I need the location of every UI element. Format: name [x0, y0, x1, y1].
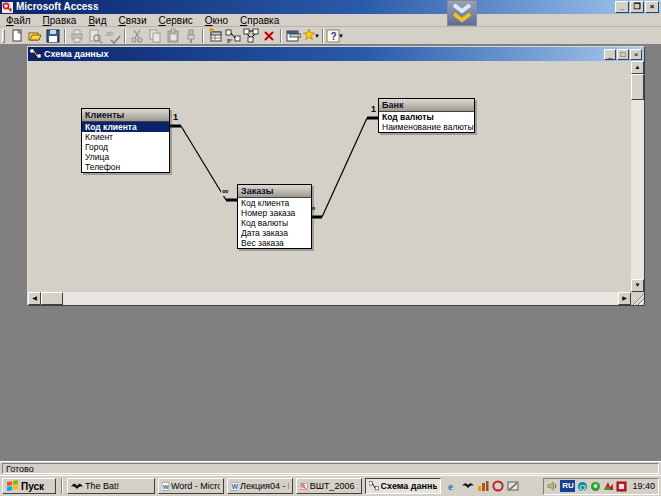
table-bank-field-pk[interactable]: Код валюты: [379, 112, 474, 122]
relationships-canvas[interactable]: 1 ∞ ∞ 1 Клиенты Код клиента Клиент Город…: [28, 61, 631, 292]
table-clients-header[interactable]: Клиенты: [82, 109, 169, 122]
start-label: Пуск: [21, 481, 44, 492]
toolbar-grip[interactable]: [2, 29, 5, 43]
svg-text:Q: Q: [580, 482, 586, 491]
new-object-icon[interactable]: ▼: [302, 28, 320, 44]
access-app-icon: [2, 2, 13, 13]
table-clients-field[interactable]: Город: [82, 142, 169, 152]
status-text: Готово: [2, 463, 659, 474]
app-close-button[interactable]: ×: [645, 1, 659, 13]
language-indicator[interactable]: RU: [560, 480, 575, 492]
horizontal-scrollbar[interactable]: ◀ ▶: [28, 292, 631, 305]
svg-text:W: W: [232, 482, 238, 489]
taskbar-button-label: Word - Microsof...: [171, 481, 220, 491]
word-doc-icon: W: [231, 481, 238, 492]
table-clients-field-selected[interactable]: Код клиента: [82, 122, 169, 132]
direct-relationships-icon[interactable]: 8°: [224, 28, 242, 44]
menu-window[interactable]: Окно: [199, 14, 234, 27]
taskbar-button-lecture[interactable]: W Лекция04 - Mic...: [227, 478, 293, 494]
table-clients-field[interactable]: Клиент: [82, 132, 169, 142]
scroll-down-icon[interactable]: ▼: [631, 279, 644, 292]
menu-file[interactable]: Файл: [0, 14, 37, 27]
table-bank[interactable]: Банк Код валюты Наименование валюты: [378, 98, 475, 133]
taskbar-button-schema-active[interactable]: Схема данных: [365, 478, 441, 494]
print-preview-icon: [86, 28, 104, 44]
table-bank-header[interactable]: Банк: [379, 99, 474, 112]
table-clients-field[interactable]: Телефон: [82, 162, 169, 172]
chart-icon[interactable]: [476, 480, 489, 493]
taskbar-button-word[interactable]: W Word - Microsof...: [158, 478, 224, 494]
copy-icon: [146, 28, 164, 44]
table-bank-field[interactable]: Наименование валюты: [379, 122, 474, 132]
print-icon: [68, 28, 86, 44]
relationships-window: Схема данных _ □ ×: [27, 46, 645, 306]
new-object-dropdown-arrow[interactable]: ▼: [314, 33, 320, 39]
app-restore-button[interactable]: ❐: [630, 1, 644, 13]
show-table-icon[interactable]: [206, 28, 224, 44]
spelling-icon: ab: [104, 28, 122, 44]
menu-relationships[interactable]: Связи: [112, 14, 152, 27]
table-orders-field[interactable]: Код валюты: [238, 218, 311, 228]
table-orders-field[interactable]: Номер заказа: [238, 208, 311, 218]
relwin-minimize-button[interactable]: _: [604, 49, 616, 60]
cardinality-one-clients: 1: [172, 113, 179, 122]
word-doc-icon: W: [162, 481, 169, 492]
tray-icon-messenger[interactable]: [603, 481, 614, 492]
tray-icon-agent[interactable]: [590, 481, 601, 492]
relwin-close-button[interactable]: ×: [630, 49, 642, 60]
show-desktop-icon[interactable]: [506, 480, 519, 493]
save-icon[interactable]: [44, 28, 62, 44]
tray-clock: 19:40: [629, 481, 655, 491]
menu-view[interactable]: Вид: [82, 14, 112, 27]
statusbar: Готово: [0, 461, 661, 475]
app-minimize-button[interactable]: _: [615, 1, 629, 13]
open-folder-icon[interactable]: [26, 28, 44, 44]
horizontal-scrollbar-thumb[interactable]: [41, 292, 63, 305]
table-orders-header[interactable]: Заказы: [238, 185, 311, 198]
table-orders-field[interactable]: Дата заказа: [238, 228, 311, 238]
svg-text:?: ?: [331, 31, 337, 42]
menu-edit[interactable]: Правка: [37, 14, 83, 27]
taskbar-button-label: ВШТ_2006 : ба...: [310, 481, 358, 491]
scroll-up-icon[interactable]: ▲: [631, 61, 644, 74]
table-orders[interactable]: Заказы Код клиента Номер заказа Код валю…: [237, 184, 312, 249]
relationships-icon: [369, 481, 379, 491]
start-button[interactable]: Пуск: [2, 478, 56, 494]
delete-relationship-icon[interactable]: [260, 28, 278, 44]
menu-help[interactable]: Справка: [234, 14, 285, 27]
scroll-right-icon[interactable]: ▶: [618, 292, 631, 305]
mdi-workspace: Схема данных _ □ ×: [0, 45, 661, 461]
table-orders-field[interactable]: Код клиента: [238, 198, 311, 208]
scroll-left-icon[interactable]: ◀: [28, 292, 41, 305]
table-clients[interactable]: Клиенты Код клиента Клиент Город Улица Т…: [81, 108, 170, 173]
relationships-window-title: Схема данных: [44, 49, 109, 59]
volume-icon[interactable]: [547, 481, 558, 492]
internet-explorer-icon[interactable]: e: [446, 480, 459, 493]
app-titlebar: Microsoft Access _ ❐ ×: [0, 0, 661, 14]
tray-icon-antivirus[interactable]: Q: [577, 481, 588, 492]
mail-icon[interactable]: [461, 480, 474, 493]
vertical-scrollbar[interactable]: ▲ ▼: [631, 61, 644, 292]
resize-grip[interactable]: [631, 292, 644, 305]
menubar: Файл Правка Вид Связи Сервис Окно Справк…: [0, 14, 661, 27]
opera-icon[interactable]: [491, 480, 504, 493]
relationship-lines: [28, 61, 631, 292]
tray-icon-monitor[interactable]: [616, 481, 627, 492]
taskbar-button-label: Схема данных: [381, 481, 437, 491]
cardinality-many-orders-left: ∞: [221, 187, 229, 196]
help-dropdown-arrow[interactable]: ▼: [338, 33, 344, 39]
help-icon[interactable]: ?▼: [326, 28, 344, 44]
relwin-maximize-button[interactable]: □: [617, 49, 629, 60]
table-clients-field[interactable]: Улица: [82, 152, 169, 162]
taskbar-button-thebat[interactable]: The Bat!: [67, 478, 155, 494]
table-orders-field[interactable]: Вес заказа: [238, 238, 311, 248]
vertical-scrollbar-thumb[interactable]: [631, 74, 644, 100]
svg-text:ab: ab: [106, 30, 114, 37]
new-document-icon[interactable]: [8, 28, 26, 44]
taskbar-button-database[interactable]: ВШТ_2006 : ба...: [296, 478, 362, 494]
database-window-icon[interactable]: [284, 28, 302, 44]
svg-text:W: W: [163, 482, 169, 489]
all-relationships-icon[interactable]: [242, 28, 260, 44]
relationships-titlebar[interactable]: Схема данных _ □ ×: [28, 47, 644, 61]
menu-tools[interactable]: Сервис: [153, 14, 199, 27]
